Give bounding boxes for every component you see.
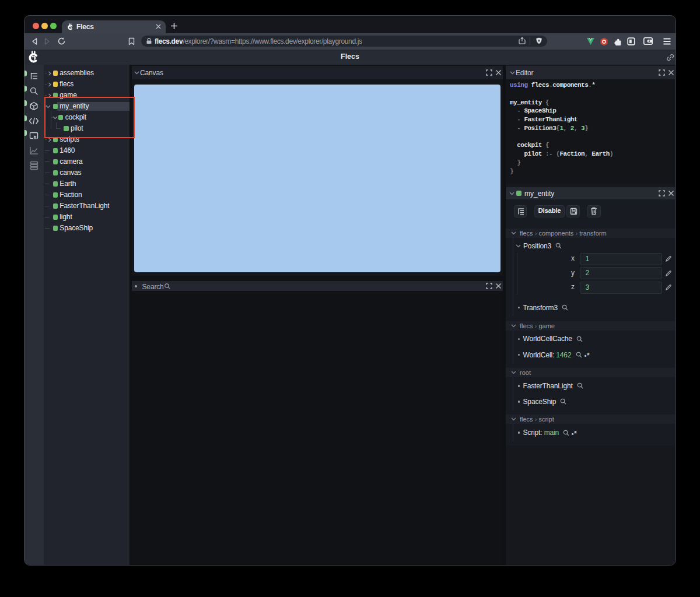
svg-text:*: * [587, 352, 590, 358]
svg-text:*: * [574, 430, 577, 436]
